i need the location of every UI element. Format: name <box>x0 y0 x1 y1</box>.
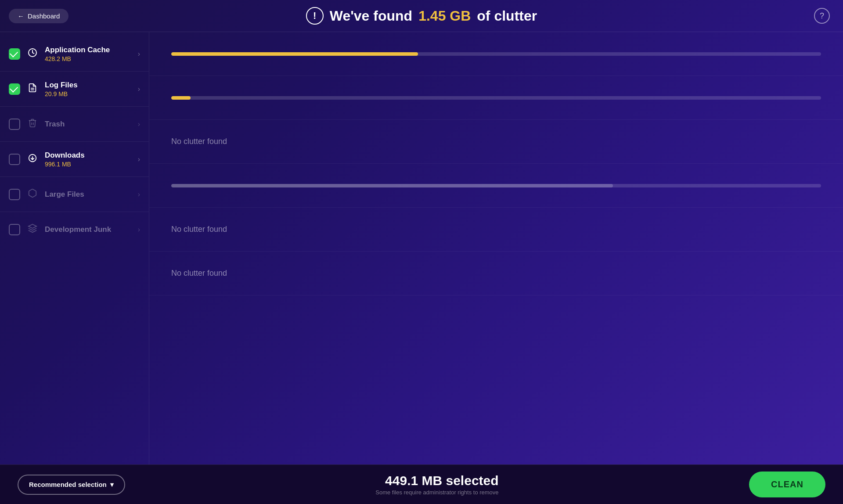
downloads-text: Downloads 996.1 MB <box>45 151 132 168</box>
trash-icon <box>26 118 39 130</box>
content-row-downloads <box>149 164 843 208</box>
development-junk-no-clutter: No clutter found <box>171 269 227 278</box>
title-prefix: We've found <box>330 8 412 24</box>
progress-fill-application-cache <box>171 52 418 56</box>
footer-center: 449.1 MB selected Some files require adm… <box>375 473 498 496</box>
content-row-development-junk: No clutter found <box>149 252 843 295</box>
large-files-text: Large Files <box>45 190 132 199</box>
application-cache-name: Application Cache <box>45 46 132 54</box>
log-files-size: 20.9 MB <box>45 90 132 97</box>
trash-no-clutter: No clutter found <box>171 137 227 146</box>
sidebar-item-log-files[interactable]: Log Files 20.9 MB › <box>0 72 149 107</box>
progress-fill-downloads <box>171 184 613 187</box>
selected-size: 449.1 MB selected <box>375 473 498 488</box>
header: ← Dashboard ! We've found 1.45 GB of clu… <box>0 0 843 32</box>
clean-button[interactable]: CLEAN <box>749 472 825 497</box>
sidebar-item-application-cache[interactable]: Application Cache 428.2 MB › <box>0 36 149 72</box>
checkbox-downloads[interactable] <box>9 154 20 165</box>
sidebar: Application Cache 428.2 MB › Log Files 2… <box>0 32 149 464</box>
content-row-log-files <box>149 76 843 120</box>
development-junk-text: Development Junk <box>45 225 132 234</box>
downloads-size: 996.1 MB <box>45 161 132 168</box>
trash-chevron: › <box>138 120 140 128</box>
progress-bar-log-files <box>171 96 821 100</box>
clean-label: CLEAN <box>771 479 803 489</box>
log-files-text: Log Files 20.9 MB <box>45 81 132 97</box>
recommended-label: Recommended selection <box>29 481 107 488</box>
back-arrow-icon: ← <box>18 12 24 20</box>
sidebar-item-large-files[interactable]: Large Files › <box>0 177 149 212</box>
header-title: ! We've found 1.45 GB of clutter <box>306 7 537 25</box>
checkbox-large-files[interactable] <box>9 189 20 200</box>
back-button[interactable]: ← Dashboard <box>9 9 68 23</box>
sidebar-item-downloads[interactable]: Downloads 996.1 MB › <box>0 142 149 177</box>
content-row-application-cache <box>149 32 843 76</box>
downloads-icon <box>26 153 39 166</box>
trash-text: Trash <box>45 120 132 129</box>
content-row-trash: No clutter found <box>149 120 843 164</box>
progress-bar-downloads <box>171 184 821 187</box>
large-files-chevron: › <box>138 191 140 198</box>
content-area: No clutter found No clutter found No clu… <box>149 32 843 464</box>
progress-track-1 <box>171 52 821 56</box>
log-files-name: Log Files <box>45 81 132 90</box>
progress-track-2 <box>171 96 821 100</box>
footer: Recommended selection ▾ 449.1 MB selecte… <box>0 464 843 504</box>
application-cache-text: Application Cache 428.2 MB <box>45 46 132 62</box>
progress-track-3 <box>171 184 821 187</box>
checkbox-log-files[interactable] <box>9 83 20 95</box>
large-files-icon <box>26 188 39 201</box>
content-row-large-files: No clutter found <box>149 208 843 252</box>
development-junk-chevron: › <box>138 226 140 234</box>
checkbox-trash[interactable] <box>9 119 20 130</box>
trash-name: Trash <box>45 120 132 129</box>
title-suffix: of clutter <box>477 8 537 24</box>
admin-note: Some files require administrator rights … <box>375 489 498 496</box>
progress-fill-log-files <box>171 96 191 100</box>
log-files-chevron: › <box>138 85 140 93</box>
title-size: 1.45 GB <box>418 8 471 24</box>
large-files-no-clutter: No clutter found <box>171 225 227 234</box>
development-junk-name: Development Junk <box>45 225 132 234</box>
chevron-down-icon: ▾ <box>110 481 114 489</box>
warning-icon: ! <box>306 7 324 25</box>
development-junk-icon <box>26 223 39 236</box>
sidebar-item-trash[interactable]: Trash › <box>0 107 149 142</box>
progress-bar-application-cache <box>171 52 821 56</box>
application-cache-icon <box>26 47 39 61</box>
checkbox-development-junk[interactable] <box>9 224 20 235</box>
downloads-chevron: › <box>138 155 140 163</box>
log-files-icon <box>26 83 39 95</box>
help-icon[interactable]: ? <box>814 8 830 24</box>
downloads-name: Downloads <box>45 151 132 160</box>
application-cache-chevron: › <box>138 50 140 58</box>
application-cache-size: 428.2 MB <box>45 55 132 62</box>
recommended-selection-button[interactable]: Recommended selection ▾ <box>18 475 125 495</box>
checkbox-application-cache[interactable] <box>9 48 20 60</box>
back-label: Dashboard <box>28 12 60 20</box>
main-layout: Application Cache 428.2 MB › Log Files 2… <box>0 32 843 464</box>
sidebar-item-development-junk[interactable]: Development Junk › <box>0 212 149 247</box>
large-files-name: Large Files <box>45 190 132 199</box>
